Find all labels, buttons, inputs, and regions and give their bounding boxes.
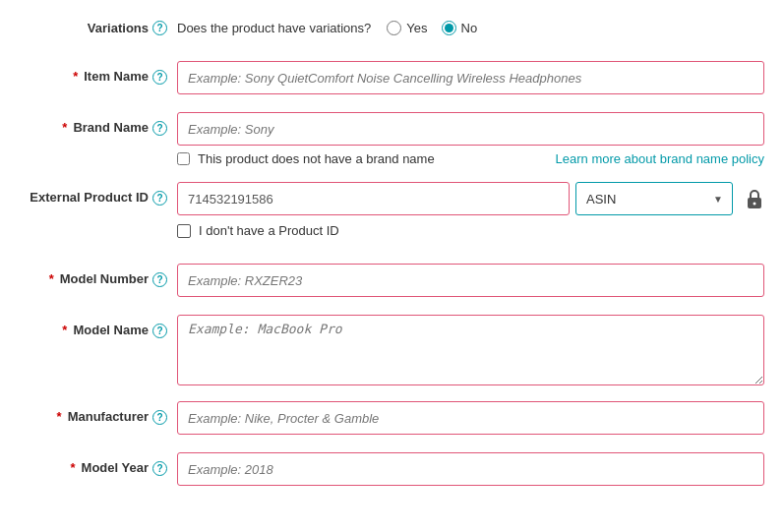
variations-no-radio[interactable]: [442, 21, 456, 35]
brand-name-help-icon[interactable]: ?: [152, 121, 167, 136]
external-product-id-row: External Product ID ? ASIN UPC EAN GTIN …: [20, 182, 764, 238]
model-number-help-icon[interactable]: ?: [152, 272, 167, 287]
external-product-id-label-text: External Product ID: [30, 190, 149, 205]
variations-yes-label: Yes: [406, 21, 427, 35]
model-name-row: * Model Name ?: [20, 315, 764, 385]
variations-radio-group: Yes No: [387, 21, 477, 35]
brand-name-input[interactable]: [177, 112, 764, 146]
brand-name-control: This product does not have a brand name …: [177, 112, 764, 166]
no-product-id-label: I don't have a Product ID: [199, 223, 339, 238]
external-product-id-help-icon[interactable]: ?: [152, 191, 167, 206]
external-product-id-label: External Product ID ?: [20, 182, 177, 206]
model-number-input[interactable]: [177, 264, 764, 297]
brand-checkbox-row: This product does not have a brand name …: [177, 151, 764, 166]
no-product-id-checkbox[interactable]: [177, 224, 191, 238]
external-id-input[interactable]: [177, 182, 570, 215]
asin-select[interactable]: ASIN UPC EAN GTIN: [575, 182, 733, 215]
brand-name-row: * Brand Name ? This product does not hav…: [20, 112, 764, 166]
variations-no-label: No: [461, 21, 478, 35]
product-form: Variations ? Does the product have varia…: [20, 10, 764, 488]
manufacturer-label-text: Manufacturer: [68, 409, 149, 424]
variations-label: Variations ?: [20, 20, 177, 35]
no-brand-label: This product does not have a brand name: [198, 151, 435, 166]
variations-controls: Does the product have variations? Yes No: [177, 21, 477, 35]
model-number-control: [177, 264, 764, 297]
variations-yes-option[interactable]: Yes: [387, 21, 427, 35]
lock-icon: [745, 188, 764, 209]
variations-yes-radio[interactable]: [387, 21, 401, 35]
variations-no-option[interactable]: No: [442, 21, 478, 35]
item-name-input[interactable]: [177, 61, 764, 94]
item-name-row: * Item Name ?: [20, 61, 764, 96]
model-number-row: * Model Number ?: [20, 264, 764, 299]
manufacturer-help-icon[interactable]: ?: [152, 410, 167, 425]
model-year-input[interactable]: [177, 452, 764, 486]
model-name-required-star: *: [62, 323, 67, 337]
model-name-control: [177, 315, 764, 385]
item-name-help-icon[interactable]: ?: [152, 70, 167, 85]
item-name-control: [177, 61, 764, 94]
variations-help-icon[interactable]: ?: [152, 21, 167, 35]
learn-more-brand-link[interactable]: Learn more about brand name policy: [556, 151, 764, 166]
manufacturer-input[interactable]: [177, 401, 764, 435]
manufacturer-label: * Manufacturer ?: [20, 401, 177, 425]
external-product-id-control: ASIN UPC EAN GTIN ▼ I do: [177, 182, 764, 238]
manufacturer-row: * Manufacturer ?: [20, 401, 764, 437]
model-number-required-star: *: [49, 271, 54, 286]
item-name-required-star: *: [73, 69, 78, 84]
variations-label-text: Variations: [88, 21, 149, 35]
variations-row: Variations ? Does the product have varia…: [20, 10, 764, 45]
asin-select-wrapper: ASIN UPC EAN GTIN ▼: [575, 182, 733, 215]
external-id-input-row: ASIN UPC EAN GTIN ▼: [177, 182, 764, 215]
model-number-label: * Model Number ?: [20, 264, 177, 287]
model-year-required-star: *: [71, 460, 76, 475]
item-name-label-text: Item Name: [84, 69, 149, 84]
model-name-help-icon[interactable]: ?: [152, 324, 167, 338]
manufacturer-required-star: *: [57, 409, 62, 424]
no-product-id-row: I don't have a Product ID: [177, 223, 764, 238]
model-year-label: * Model Year ?: [20, 452, 177, 476]
manufacturer-control: [177, 401, 764, 435]
svg-point-1: [754, 203, 756, 206]
model-year-help-icon[interactable]: ?: [152, 461, 167, 476]
model-name-label: * Model Name ?: [20, 315, 177, 338]
model-year-row: * Model Year ?: [20, 452, 764, 488]
item-name-label: * Item Name ?: [20, 61, 177, 85]
variations-question: Does the product have variations?: [177, 21, 371, 35]
brand-name-required-star: *: [62, 120, 67, 135]
model-year-control: [177, 452, 764, 486]
model-number-label-text: Model Number: [60, 271, 149, 286]
brand-name-label: * Brand Name ?: [20, 112, 177, 136]
model-name-textarea[interactable]: [177, 315, 764, 385]
brand-name-label-text: Brand Name: [73, 120, 149, 135]
model-year-label-text: Model Year: [82, 460, 149, 475]
no-brand-checkbox[interactable]: [177, 152, 190, 165]
model-name-label-text: Model Name: [73, 323, 149, 337]
